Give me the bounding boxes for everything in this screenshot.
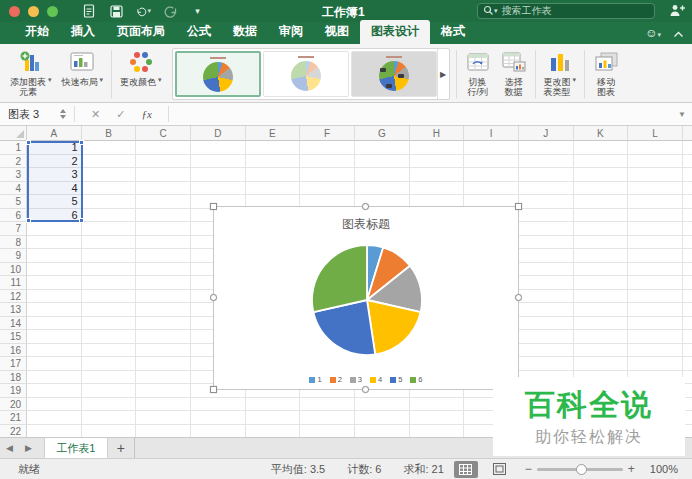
- cell-B20[interactable]: [82, 398, 137, 412]
- legend-item-2[interactable]: 2: [330, 375, 342, 384]
- name-box-stepper[interactable]: [60, 109, 66, 119]
- cell-G1[interactable]: [355, 141, 410, 155]
- cell-G20[interactable]: [355, 398, 410, 412]
- column-header-L[interactable]: L: [628, 126, 683, 141]
- cell-C22[interactable]: [136, 425, 191, 438]
- cell-G21[interactable]: [355, 411, 410, 425]
- cell-L4[interactable]: [628, 182, 683, 196]
- next-sheet-icon[interactable]: ▶: [19, 443, 38, 453]
- cell-B19[interactable]: [82, 384, 137, 398]
- tab-数据[interactable]: 数据: [222, 20, 268, 44]
- row-header-20[interactable]: 20: [0, 398, 27, 412]
- row-header-8[interactable]: 8: [0, 236, 27, 250]
- column-header-J[interactable]: J: [519, 126, 574, 141]
- cell-J11[interactable]: [519, 276, 574, 290]
- cell-C8[interactable]: [136, 236, 191, 250]
- cell-E2[interactable]: [246, 155, 301, 169]
- zoom-window-button[interactable]: [47, 6, 58, 17]
- cell-E4[interactable]: [246, 182, 301, 196]
- cell-B6[interactable]: [82, 209, 137, 223]
- zoom-slider-thumb[interactable]: [576, 464, 587, 475]
- pie-chart-object[interactable]: 图表标题 123456: [213, 206, 519, 390]
- cell-A2[interactable]: 2: [27, 155, 82, 169]
- cell-B7[interactable]: [82, 222, 137, 236]
- sheet-tab-active[interactable]: 工作表1: [44, 438, 108, 458]
- legend-item-3[interactable]: 3: [350, 375, 362, 384]
- legend-item-1[interactable]: 1: [309, 375, 321, 384]
- column-header-A[interactable]: A: [27, 126, 82, 141]
- cell-A13[interactable]: [27, 303, 82, 317]
- cell-B11[interactable]: [82, 276, 137, 290]
- cell-A3[interactable]: 3: [27, 168, 82, 182]
- cell-D20[interactable]: [191, 398, 246, 412]
- chart-resize-handle[interactable]: [362, 386, 369, 393]
- cell-K11[interactable]: [574, 276, 629, 290]
- cell-C12[interactable]: [136, 290, 191, 304]
- cell-F3[interactable]: [300, 168, 355, 182]
- cell-L10[interactable]: [628, 263, 683, 277]
- cell-A19[interactable]: [27, 384, 82, 398]
- cell-J4[interactable]: [519, 182, 574, 196]
- column-header-I[interactable]: I: [464, 126, 519, 141]
- row-header-14[interactable]: 14: [0, 317, 27, 331]
- row-header-17[interactable]: 17: [0, 357, 27, 371]
- cell-H4[interactable]: [410, 182, 465, 196]
- cell-C21[interactable]: [136, 411, 191, 425]
- save-icon[interactable]: [109, 4, 124, 18]
- cell-B3[interactable]: [82, 168, 137, 182]
- chart-resize-handle[interactable]: [515, 203, 522, 210]
- cell-L14[interactable]: [628, 317, 683, 331]
- cell-D2[interactable]: [191, 155, 246, 169]
- move-chart-button[interactable]: 移动 图表: [589, 48, 623, 99]
- row-header-6[interactable]: 6: [0, 209, 27, 223]
- row-header-9[interactable]: 9: [0, 249, 27, 263]
- close-window-button[interactable]: [9, 6, 20, 17]
- legend-item-5[interactable]: 5: [390, 375, 402, 384]
- cell-C17[interactable]: [136, 357, 191, 371]
- cell-A5[interactable]: 5: [27, 195, 82, 209]
- cell-H1[interactable]: [410, 141, 465, 155]
- cell-C14[interactable]: [136, 317, 191, 331]
- column-header-D[interactable]: D: [191, 126, 246, 141]
- cell-B13[interactable]: [82, 303, 137, 317]
- cell-A22[interactable]: [27, 425, 82, 438]
- cell-E22[interactable]: [246, 425, 301, 438]
- cell-G4[interactable]: [355, 182, 410, 196]
- prev-sheet-icon[interactable]: ◀: [0, 443, 19, 453]
- cell-C20[interactable]: [136, 398, 191, 412]
- name-box[interactable]: 图表 3: [0, 107, 58, 122]
- cell-C1[interactable]: [136, 141, 191, 155]
- cell-D22[interactable]: [191, 425, 246, 438]
- enter-icon[interactable]: ✓: [116, 108, 125, 121]
- cell-D21[interactable]: [191, 411, 246, 425]
- cell-C15[interactable]: [136, 330, 191, 344]
- cell-D4[interactable]: [191, 182, 246, 196]
- zoom-slider[interactable]: [537, 468, 623, 471]
- cell-F20[interactable]: [300, 398, 355, 412]
- cell-K6[interactable]: [574, 209, 629, 223]
- cell-J12[interactable]: [519, 290, 574, 304]
- column-header-F[interactable]: F: [300, 126, 355, 141]
- cell-H20[interactable]: [410, 398, 465, 412]
- cell-K7[interactable]: [574, 222, 629, 236]
- column-header-H[interactable]: H: [410, 126, 465, 141]
- cell-B14[interactable]: [82, 317, 137, 331]
- chart-style-3-option[interactable]: [351, 51, 437, 97]
- cell-H22[interactable]: [410, 425, 465, 438]
- cell-K16[interactable]: [574, 344, 629, 358]
- cell-K8[interactable]: [574, 236, 629, 250]
- insert-function-icon[interactable]: ƒx: [141, 108, 151, 120]
- cell-K14[interactable]: [574, 317, 629, 331]
- cell-L16[interactable]: [628, 344, 683, 358]
- row-header-19[interactable]: 19: [0, 384, 27, 398]
- cell-E21[interactable]: [246, 411, 301, 425]
- row-header-15[interactable]: 15: [0, 330, 27, 344]
- cell-B2[interactable]: [82, 155, 137, 169]
- cell-C7[interactable]: [136, 222, 191, 236]
- cell-I2[interactable]: [464, 155, 519, 169]
- zoom-in-button[interactable]: +: [623, 462, 640, 476]
- cell-J16[interactable]: [519, 344, 574, 358]
- chart-resize-handle[interactable]: [210, 294, 217, 301]
- cell-C18[interactable]: [136, 371, 191, 385]
- chart-title[interactable]: 图表标题: [214, 216, 518, 233]
